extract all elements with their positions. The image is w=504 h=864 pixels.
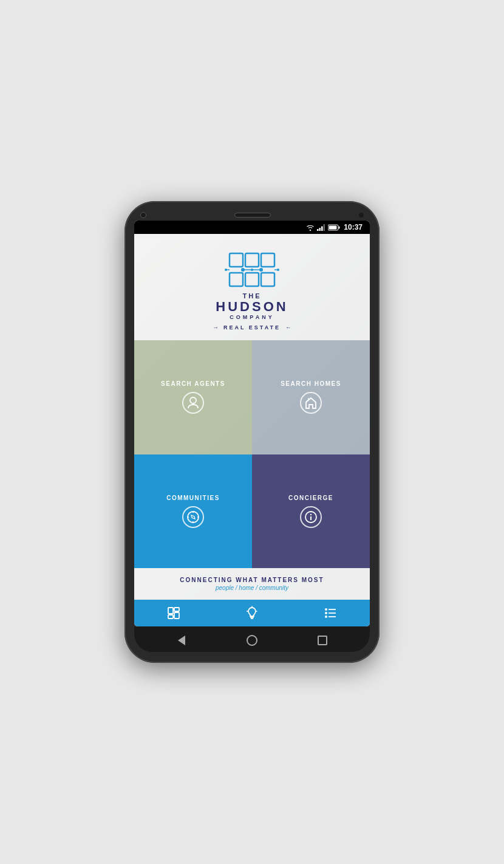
real-estate-label: REAL ESTATE (223, 324, 281, 331)
svg-rect-26 (168, 608, 173, 614)
left-arrow-icon: → (213, 324, 219, 331)
svg-rect-7 (230, 253, 243, 267)
real-estate-bar: → REAL ESTATE ← (213, 324, 291, 331)
app-bottom-nav (134, 600, 370, 626)
sensor (359, 213, 364, 218)
brand-hudson: HUDSON (216, 300, 288, 314)
compass-icon (182, 506, 204, 528)
communities-label: COMMUNITIES (166, 495, 220, 501)
svg-rect-5 (339, 226, 340, 228)
phone-top-bar (134, 212, 370, 218)
svg-rect-11 (245, 273, 259, 286)
back-button[interactable] (175, 634, 188, 647)
concierge-cell[interactable]: CONCIERGE (252, 454, 370, 568)
recent-icon (318, 636, 327, 645)
svg-point-22 (188, 512, 199, 523)
communities-cell[interactable]: COMMUNITIES (134, 454, 252, 568)
search-homes-cell[interactable]: SEARCH HOMES (252, 340, 370, 454)
phone-screen: 10:37 (134, 221, 370, 626)
home-button[interactable] (245, 634, 259, 647)
back-icon (178, 636, 185, 645)
recent-button[interactable] (316, 634, 329, 647)
company-logo (225, 251, 279, 289)
svg-rect-10 (230, 273, 243, 286)
lightbulb-icon (245, 606, 259, 620)
status-bar: 10:37 (134, 221, 370, 234)
app-content: THE HUDSON COMPANY → REAL ESTATE ← SEARC… (134, 234, 370, 626)
status-icons: 10:37 (306, 223, 363, 231)
signal-icon (317, 224, 325, 231)
brand-company: COMPANY (216, 314, 288, 320)
svg-rect-2 (321, 226, 323, 231)
time-display: 10:37 (344, 223, 363, 231)
concierge-label: CONCIERGE (288, 495, 333, 501)
svg-point-21 (190, 397, 196, 403)
wifi-icon (306, 224, 315, 231)
svg-rect-12 (261, 273, 274, 286)
brand-name: THE HUDSON COMPANY (216, 292, 288, 320)
home-nav-icon (247, 635, 257, 646)
list-icon (323, 606, 338, 620)
svg-rect-8 (245, 253, 259, 267)
svg-point-18 (225, 269, 227, 271)
svg-rect-28 (174, 608, 179, 611)
front-camera (140, 212, 146, 218)
svg-rect-6 (329, 225, 337, 229)
right-arrow-icon: ← (285, 324, 291, 331)
catalog-icon (166, 606, 181, 620)
svg-point-35 (325, 608, 327, 611)
nav-ideas[interactable] (245, 606, 259, 620)
svg-point-39 (325, 615, 327, 618)
svg-point-20 (277, 269, 279, 271)
search-agents-label: SEARCH AGENTS (161, 380, 225, 387)
svg-rect-29 (174, 612, 179, 619)
search-agents-cell[interactable]: SEARCH AGENTS (134, 340, 252, 454)
svg-rect-0 (317, 229, 319, 231)
svg-point-25 (310, 514, 312, 515)
tagline-section: CONNECTING WHAT MATTERS MOST people / ho… (134, 568, 370, 600)
svg-rect-27 (168, 615, 173, 619)
tagline-sub: people / home / community (140, 585, 364, 591)
svg-rect-1 (319, 228, 321, 231)
info-icon (300, 506, 322, 528)
speaker (234, 213, 271, 218)
agent-icon (182, 392, 204, 414)
menu-grid: SEARCH AGENTS SEARCH HOMES (134, 340, 370, 568)
home-icon (300, 392, 322, 414)
android-nav-bar (134, 626, 370, 652)
svg-rect-9 (261, 253, 274, 267)
phone-device: 10:37 (124, 201, 380, 663)
battery-icon (328, 224, 340, 231)
tagline-main: CONNECTING WHAT MATTERS MOST (140, 577, 364, 583)
svg-rect-3 (324, 224, 325, 231)
search-homes-label: SEARCH HOMES (281, 380, 341, 387)
logo-section: THE HUDSON COMPANY → REAL ESTATE ← (134, 234, 370, 340)
nav-menu[interactable] (323, 606, 338, 620)
nav-catalog[interactable] (166, 606, 181, 620)
svg-point-37 (325, 612, 327, 614)
